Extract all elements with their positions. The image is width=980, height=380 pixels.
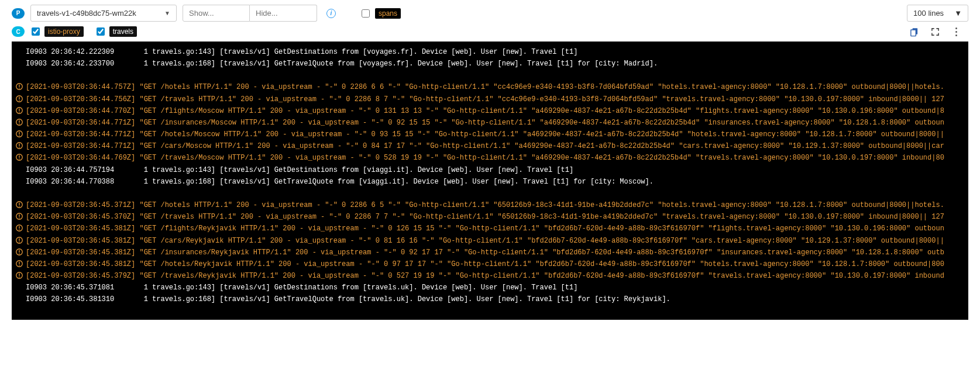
container-filter-checkbox[interactable] xyxy=(32,27,40,36)
container-filter-istio-proxy: istio-proxy xyxy=(29,26,84,37)
svg-rect-1 xyxy=(910,29,916,36)
log-line: I0903 20:36:42.233700 1 travels.go:168] … xyxy=(12,58,968,70)
log-line: [2021-09-03T20:36:44.771Z] "GET /insuran… xyxy=(12,117,968,129)
log-text xyxy=(26,70,30,81)
warning-icon xyxy=(15,95,23,103)
spans-filter: spans xyxy=(359,8,401,19)
log-line: [2021-09-03T20:36:45.381Z] "GET /insuran… xyxy=(12,247,968,258)
copy-icon[interactable] xyxy=(907,25,920,38)
log-line: I0903 20:36:45.371081 1 travels.go:143] … xyxy=(12,282,968,293)
log-text: [2021-09-03T20:36:45.381Z] "GET /insuran… xyxy=(26,247,944,258)
caret-down-icon: ▼ xyxy=(954,9,962,18)
log-text: I0903 20:36:42.233700 1 travels.go:168] … xyxy=(26,58,658,70)
log-text: [2021-09-03T20:36:45.381Z] "GET /flights… xyxy=(26,223,944,234)
log-text: [2021-09-03T20:36:44.771Z] "GET /insuran… xyxy=(26,117,944,129)
log-line: I0903 20:36:44.757194 1 travels.go:143] … xyxy=(12,164,968,176)
log-line: [2021-09-03T20:36:45.381Z] "GET /flights… xyxy=(12,223,968,234)
log-line: [2021-09-03T20:36:44.756Z] "GET /travels… xyxy=(12,94,968,105)
log-text: [2021-09-03T20:36:44.770Z] "GET /flights… xyxy=(26,105,944,117)
pod-selector[interactable]: travels-v1-c49b8dc75-wm22k ▼ xyxy=(30,5,177,22)
log-line: [2021-09-03T20:36:45.371Z] "GET /hotels … xyxy=(12,199,968,211)
log-line: [2021-09-03T20:36:44.770Z] "GET /flights… xyxy=(12,105,968,117)
filter-input-group xyxy=(183,5,317,22)
log-text: [2021-09-03T20:36:44.756Z] "GET /travels… xyxy=(26,94,944,105)
lines-selector-value: 100 lines xyxy=(913,9,944,18)
lines-selector[interactable]: 100 lines ▼ xyxy=(907,5,968,22)
log-text xyxy=(26,305,30,317)
pod-selector-value: travels-v1-c49b8dc75-wm22k xyxy=(37,9,136,18)
warning-icon xyxy=(15,153,23,161)
log-pane: I0903 20:36:42.222309 1 travels.go:143] … xyxy=(12,42,968,320)
warning-icon xyxy=(15,118,23,126)
log-text: [2021-09-03T20:36:45.371Z] "GET /hotels … xyxy=(26,199,944,211)
warning-icon xyxy=(15,201,23,209)
log-line xyxy=(12,188,968,199)
warning-icon xyxy=(15,130,23,138)
log-text: [2021-09-03T20:36:44.769Z] "GET /travels… xyxy=(26,152,944,164)
warning-icon xyxy=(15,236,23,244)
pod-badge: P xyxy=(12,8,25,19)
warning-icon xyxy=(15,260,23,268)
show-input[interactable] xyxy=(183,5,250,22)
log-text: [2021-09-03T20:36:44.771Z] "GET /hotels/… xyxy=(26,129,944,140)
log-line: [2021-09-03T20:36:45.379Z] "GET /travels… xyxy=(12,270,968,282)
warning-icon xyxy=(15,271,23,279)
log-text: I0903 20:36:45.381310 1 travels.go:168] … xyxy=(26,293,670,305)
log-text: I0903 20:36:44.770388 1 travels.go:168] … xyxy=(26,176,654,188)
top-toolbar: P travels-v1-c49b8dc75-wm22k ▼ i spans 1… xyxy=(0,0,980,24)
kebab-menu-icon[interactable] xyxy=(950,25,962,38)
log-line: I0903 20:36:45.381310 1 travels.go:168] … xyxy=(12,293,968,305)
container-filter-label: istio-proxy xyxy=(44,26,84,37)
log-text: [2021-09-03T20:36:44.757Z] "GET /hotels … xyxy=(26,81,944,93)
log-line: I0903 20:36:42.222309 1 travels.go:143] … xyxy=(12,46,968,58)
warning-icon xyxy=(15,106,23,115)
log-line xyxy=(12,70,968,81)
log-text: [2021-09-03T20:36:45.381Z] "GET /hotels/… xyxy=(26,258,944,270)
container-filter-checkbox[interactable] xyxy=(97,27,105,36)
spans-label: spans xyxy=(375,8,401,19)
container-filter-row: C istio-proxytravels xyxy=(0,24,980,42)
log-text: [2021-09-03T20:36:45.381Z] "GET /cars/Re… xyxy=(26,235,944,247)
log-line: [2021-09-03T20:36:45.370Z] "GET /travels… xyxy=(12,211,968,223)
container-badge: C xyxy=(12,26,25,37)
log-line: I0903 20:36:44.770388 1 travels.go:168] … xyxy=(12,176,968,188)
log-text: [2021-09-03T20:36:44.771Z] "GET /cars/Mo… xyxy=(26,140,944,152)
warning-icon xyxy=(15,248,23,256)
spans-checkbox[interactable] xyxy=(362,9,370,18)
warning-icon xyxy=(15,212,23,220)
log-line: [2021-09-03T20:36:45.381Z] "GET /hotels/… xyxy=(12,258,968,270)
log-line: [2021-09-03T20:36:44.771Z] "GET /hotels/… xyxy=(12,129,968,140)
log-line: [2021-09-03T20:36:45.381Z] "GET /cars/Re… xyxy=(12,235,968,247)
log-text: I0903 20:36:44.757194 1 travels.go:143] … xyxy=(26,164,573,176)
log-text: I0903 20:36:45.371081 1 travels.go:143] … xyxy=(26,282,577,293)
container-filter-label: travels xyxy=(109,26,137,37)
warning-icon xyxy=(15,82,23,91)
fullscreen-icon[interactable] xyxy=(929,25,941,38)
log-text: [2021-09-03T20:36:45.379Z] "GET /travels… xyxy=(26,270,944,282)
log-text: [2021-09-03T20:36:45.370Z] "GET /travels… xyxy=(26,211,944,223)
log-line: [2021-09-03T20:36:44.769Z] "GET /travels… xyxy=(12,152,968,164)
caret-down-icon: ▼ xyxy=(164,10,170,16)
warning-icon xyxy=(15,141,23,150)
log-pane-scroll[interactable]: I0903 20:36:42.222309 1 travels.go:143] … xyxy=(12,42,968,320)
info-icon[interactable]: i xyxy=(326,9,336,18)
log-line xyxy=(12,305,968,317)
container-filter-travels: travels xyxy=(94,26,137,37)
log-text: I0903 20:36:42.222309 1 travels.go:143] … xyxy=(26,46,577,58)
warning-icon xyxy=(15,224,23,232)
log-line: [2021-09-03T20:36:44.771Z] "GET /cars/Mo… xyxy=(12,140,968,152)
log-text xyxy=(26,188,30,199)
log-line: [2021-09-03T20:36:44.757Z] "GET /hotels … xyxy=(12,81,968,93)
pane-actions xyxy=(907,25,968,38)
hide-input[interactable] xyxy=(250,5,317,22)
